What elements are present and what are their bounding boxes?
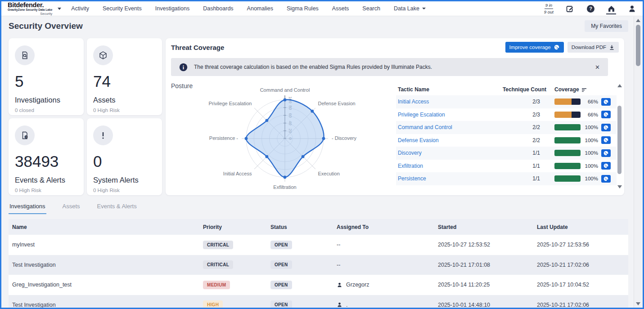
assigned-name: -- — [337, 242, 340, 248]
inv-name: Test Investigation — [9, 302, 199, 308]
page-scroll-thumb[interactable] — [636, 25, 640, 66]
tactic-row: Privilege Escalation2/366% — [396, 108, 617, 121]
sigma-rules-button[interactable] — [601, 111, 611, 118]
nav-item-assets[interactable]: Assets — [332, 5, 349, 12]
download-pdf-label: Download PDF — [572, 45, 606, 50]
page-title: Security Overview — [9, 21, 83, 31]
info-banner-text: The threat coverage calculation is based… — [194, 64, 589, 70]
inv-started: 2025-10-14 11:20:25 — [434, 282, 533, 288]
logo-brand: Bitdefender. — [8, 2, 52, 9]
radar-axis-label: Command and Control — [260, 87, 310, 93]
nav-item-investigations[interactable]: Investigations — [155, 5, 189, 12]
document-search-icon — [15, 45, 35, 65]
banner-close-icon[interactable]: ✕ — [595, 64, 600, 71]
investigations-table-body: myInvestCRITICALOPEN--2025-10-27 12:53:5… — [9, 235, 628, 308]
table-row[interactable]: Test InvestigationCRITICALOPEN--2025-10-… — [9, 255, 628, 275]
coverage-bar — [554, 150, 581, 156]
technique-count: 1/1 — [500, 163, 546, 169]
home-icon[interactable] — [607, 4, 616, 13]
sigma-rules-button[interactable] — [601, 175, 611, 183]
sigma-rules-button[interactable] — [601, 136, 611, 144]
inv-priority-cell: CRITICAL — [199, 241, 267, 249]
sigma-pack-icon — [554, 44, 560, 50]
nav-item-security-events[interactable]: Security Events — [103, 5, 142, 12]
stat-sublabel: 0 High Risk — [93, 107, 156, 113]
tactic-link[interactable]: Privilege Escalation — [398, 112, 500, 118]
assigned-name: Grzegorz — [346, 282, 369, 288]
coverage-bar-remainder — [572, 112, 581, 118]
coverage-bar-fill — [554, 112, 572, 118]
download-pdf-button[interactable]: Download PDF — [567, 42, 619, 53]
nav-item-sigma-rules[interactable]: Sigma Rules — [287, 5, 319, 12]
priority-badge: CRITICAL — [203, 241, 233, 249]
tactic-link[interactable]: Command and Control — [398, 124, 500, 130]
stat-label: Events & Alerts — [15, 176, 77, 184]
sort-icon[interactable] — [581, 87, 587, 92]
radar-axis-label: Execution — [318, 171, 340, 176]
coverage-cell: 66% — [546, 111, 615, 118]
coverage-percent: 66% — [584, 99, 598, 104]
tactic-row: Defense Evasion2/2100% — [396, 134, 617, 147]
coverage-bar — [554, 99, 581, 105]
stat-value: 5 — [15, 72, 77, 90]
product-switcher-caret-icon[interactable] — [58, 8, 61, 10]
inv-col-last-update: Last Update — [533, 224, 628, 230]
help-icon[interactable]: ? — [586, 4, 595, 13]
tactic-link[interactable]: Persistence — [398, 175, 500, 182]
compose-icon[interactable] — [565, 4, 574, 13]
my-favorites-button[interactable]: My Favorites — [585, 20, 628, 32]
stat-card-system-alerts[interactable]: 0System Alerts0 High Risk — [87, 118, 162, 195]
assigned-name: . — [346, 302, 347, 308]
tactic-row: Discovery1/1100% — [396, 147, 617, 160]
nav-item-anomalies[interactable]: Anomalies — [247, 5, 273, 12]
status-badge: OPEN — [270, 241, 292, 249]
coverage-bar — [554, 124, 581, 130]
coverage-bar-fill — [554, 99, 572, 105]
tab-assets[interactable]: Assets — [62, 200, 81, 214]
table-row[interactable]: Greg_Investigation_testMEDIUMOPENGrzegor… — [9, 275, 628, 295]
inv-priority-cell: MEDIUM — [199, 281, 267, 289]
user-avatar-icon — [337, 282, 342, 288]
sigma-rules-button[interactable] — [601, 149, 611, 157]
improve-coverage-button[interactable]: Improve coverage — [505, 42, 564, 53]
table-row[interactable]: Test InvestigationHIGHOPEN.2025-10-01 14… — [9, 295, 628, 308]
nav-item-search[interactable]: Search — [362, 5, 380, 12]
page-scroll-down-icon[interactable] — [636, 302, 640, 305]
panel-scroll-thumb[interactable] — [617, 106, 621, 174]
data-throughput-indicator[interactable]: 9 in 9 out — [544, 3, 554, 15]
tactic-link[interactable]: Initial Access — [398, 99, 500, 105]
coverage-percent: 66% — [584, 112, 598, 117]
technique-count: 1/1 — [500, 150, 546, 156]
user-icon[interactable] — [627, 4, 636, 13]
stat-card-investigations[interactable]: 5Investigations0 closed — [9, 38, 84, 115]
page-scroll-up-icon[interactable] — [636, 19, 640, 22]
tactic-link[interactable]: Exfiltration — [398, 163, 500, 169]
panel-scroll-up-icon[interactable] — [617, 84, 622, 87]
coverage-bar-fill — [554, 175, 581, 182]
sigma-rules-button[interactable] — [601, 124, 611, 131]
sigma-rules-button[interactable] — [601, 162, 611, 170]
bitdefender-logo[interactable]: Bitdefender. GravityZone Security Data L… — [8, 2, 52, 16]
tactic-link[interactable]: Discovery — [398, 150, 500, 156]
inv-assigned-cell: . — [333, 302, 434, 308]
inv-started: 2025-10-27 12:53:52 — [434, 242, 533, 248]
coverage-percent: 100% — [584, 138, 598, 143]
stat-card-events-alerts[interactable]: !38493Events & Alerts0 High Risk — [9, 118, 84, 195]
inv-status-cell: OPEN — [267, 281, 333, 289]
nav-item-data-lake-dropdown[interactable]: Data Lake — [394, 5, 426, 12]
coverage-percent: 100% — [584, 176, 598, 181]
stat-sublabel: 0 High Risk — [93, 188, 156, 193]
tab-events-alerts[interactable]: Events & Alerts — [96, 200, 138, 214]
panel-scroll-down-icon[interactable] — [617, 185, 622, 188]
tactic-table-body: Initial Access2/366%Privilege Escalation… — [396, 95, 617, 185]
coverage-cell: 100% — [546, 175, 615, 183]
radar-axis-label: Exfiltration — [273, 184, 296, 190]
nav-item-dashboards[interactable]: Dashboards — [203, 5, 233, 12]
table-row[interactable]: myInvestCRITICALOPEN--2025-10-27 12:53:5… — [9, 235, 628, 255]
sigma-rules-button[interactable] — [601, 98, 611, 106]
threat-coverage-actions: Improve coverage Download PDF — [505, 42, 619, 53]
tab-investigations[interactable]: Investigations — [9, 200, 46, 214]
stat-card-assets[interactable]: 74Assets0 High Risk — [87, 38, 162, 115]
tactic-link[interactable]: Defense Evasion — [398, 137, 500, 143]
nav-item-activity[interactable]: Activity — [71, 5, 89, 12]
